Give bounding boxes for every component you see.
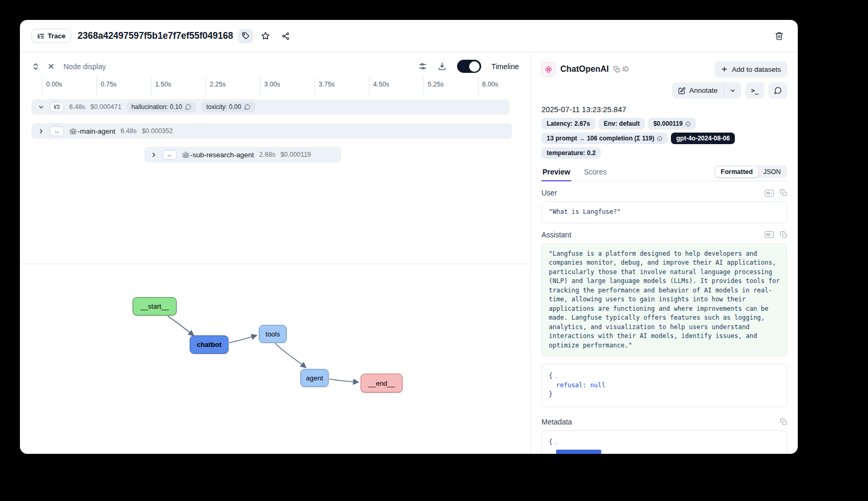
latency-badge: Latency: 2.67s bbox=[541, 118, 595, 129]
time-axis: 0.00s 0.75s 1.50s 2.25s 3.00s 3.75s 4.50… bbox=[42, 77, 530, 95]
comment-icon bbox=[185, 104, 191, 110]
trace-type-badge: Trace bbox=[31, 29, 71, 43]
graph-node-chatbot[interactable]: chatbot bbox=[190, 335, 229, 354]
format-toggle: Formatted JSON bbox=[714, 165, 787, 178]
format-toggle-json[interactable]: JSON bbox=[758, 167, 786, 177]
output-extra-json-box: {⌄ refusal: null } bbox=[541, 364, 787, 407]
score-label: toxicity: 0.00 bbox=[206, 103, 241, 111]
time-tick: 2.25s bbox=[205, 77, 260, 95]
annotate-split-button: Annotate bbox=[672, 82, 741, 99]
tag-button[interactable] bbox=[238, 29, 253, 43]
playground-button[interactable]: >_ bbox=[745, 82, 764, 99]
comments-button[interactable] bbox=[768, 82, 787, 99]
markdown-toggle-icon[interactable]: M↓ bbox=[765, 231, 774, 238]
json-open-brace: { bbox=[549, 372, 552, 379]
hallucination-score-badge[interactable]: hallucination: 0.10 bbox=[127, 102, 197, 112]
star-button[interactable] bbox=[258, 29, 273, 43]
tokens-badge-label: 13 prompt → 106 completion (Σ 119) bbox=[547, 135, 654, 142]
temperature-badge: temperature: 0.2 bbox=[541, 147, 601, 159]
toxicity-score-badge[interactable]: toxicity: 0.00 bbox=[201, 102, 255, 112]
chevron-right-icon[interactable] bbox=[150, 151, 157, 158]
metadata-section-label: Metadata bbox=[541, 418, 572, 426]
chevron-right-icon[interactable] bbox=[38, 128, 45, 135]
delete-trace-button[interactable] bbox=[772, 29, 786, 43]
share-button[interactable] bbox=[278, 29, 293, 43]
display-settings-icon[interactable] bbox=[418, 62, 427, 71]
observation-duration: 6.48s bbox=[121, 127, 137, 135]
sub-research-agent-row[interactable]: ↔ -sub-research-agent 2.68s $0.000119 bbox=[144, 147, 341, 162]
comment-icon bbox=[244, 104, 251, 110]
graph-node-tools[interactable]: tools bbox=[259, 325, 287, 343]
tokens-badge[interactable]: 13 prompt → 106 completion (Σ 119) bbox=[541, 133, 668, 144]
observation-name-text: -sub-research-agent bbox=[190, 151, 254, 159]
time-tick: 6.00s bbox=[478, 77, 530, 95]
cost-badge-label: $0.000119 bbox=[653, 120, 682, 127]
trash-icon bbox=[775, 31, 784, 40]
json-open-brace: { bbox=[549, 438, 552, 445]
main-agent-row[interactable]: ↔ -main-agent 6.48s $0.000352 bbox=[31, 123, 512, 139]
observation-duration: 2.68s bbox=[259, 151, 276, 158]
agent-graph: __start__ chatbot tools agent __end__ bbox=[20, 264, 531, 454]
copy-icon[interactable] bbox=[780, 231, 787, 238]
graph-node-end[interactable]: __end__ bbox=[361, 374, 403, 393]
copy-id-chip[interactable]: ID bbox=[613, 66, 628, 73]
copy-icon[interactable] bbox=[780, 418, 787, 426]
collapse-caret-icon[interactable]: ⌄ bbox=[555, 439, 558, 445]
timeline-toggle[interactable] bbox=[457, 60, 481, 73]
user-message-content: "What is Langfuse?" bbox=[549, 208, 621, 215]
trace-cost: $0.000471 bbox=[91, 103, 122, 111]
assistant-section-label: Assistant bbox=[541, 231, 571, 239]
span-type-icon: ↔ bbox=[50, 126, 64, 136]
info-icon bbox=[685, 121, 691, 127]
format-toggle-formatted[interactable]: Formatted bbox=[715, 167, 758, 177]
timeline-toggle-label: Timeline bbox=[492, 62, 519, 71]
expand-all-icon[interactable] bbox=[31, 62, 40, 71]
json-key: refusal bbox=[556, 382, 583, 389]
robot-icon bbox=[69, 127, 77, 135]
assistant-message-box: "Langfuse is a platform designed to help… bbox=[541, 243, 787, 357]
trace-root-row[interactable]: 6.48s $0.000471 hallucination: 0.10 toxi… bbox=[31, 99, 509, 115]
observation-header: ChatOpenAI ID Add to datasets bbox=[541, 61, 787, 78]
user-message-box: "What is Langfuse?" bbox=[541, 201, 787, 223]
copy-icon[interactable] bbox=[780, 189, 787, 197]
graph-node-start[interactable]: __start__ bbox=[133, 297, 177, 315]
json-close-brace: } bbox=[549, 390, 552, 398]
time-tick: 5.25s bbox=[424, 77, 478, 95]
time-tick: 1.50s bbox=[151, 77, 205, 95]
timeline-panel: Node display Timeline bbox=[20, 52, 531, 454]
pencil-icon bbox=[678, 87, 686, 94]
observation-timestamp: 2025-07-11 13:23:25.847 bbox=[541, 105, 787, 114]
collapse-caret-icon[interactable]: ⌄ bbox=[555, 373, 558, 379]
graph-node-agent[interactable]: agent bbox=[300, 369, 329, 387]
tag-icon bbox=[242, 32, 249, 40]
chevron-down-icon[interactable] bbox=[38, 104, 45, 111]
score-label: hallucination: 0.10 bbox=[132, 103, 182, 111]
observation-cost: $0.000119 bbox=[280, 151, 311, 158]
add-to-datasets-button[interactable]: Add to datasets bbox=[714, 61, 787, 78]
markdown-toggle-icon[interactable]: M↓ bbox=[765, 190, 774, 197]
user-section-head: User M↓ bbox=[541, 189, 787, 197]
time-tick: 4.50s bbox=[369, 77, 424, 95]
graph-edges bbox=[20, 264, 531, 454]
share-icon bbox=[281, 32, 290, 40]
annotate-button[interactable]: Annotate bbox=[672, 82, 724, 99]
model-badge[interactable]: gpt-4o-2024-08-06 bbox=[671, 133, 735, 144]
tab-preview[interactable]: Preview bbox=[541, 166, 571, 181]
terminal-icon: >_ bbox=[751, 87, 758, 94]
tab-scores[interactable]: Scores bbox=[583, 166, 608, 181]
star-icon bbox=[261, 31, 270, 40]
trace-window: Trace 2368a42497597f5b1e7f7ef55f049168 bbox=[20, 20, 798, 454]
trace-duration: 6.48s bbox=[69, 103, 85, 111]
time-tick: 3.00s bbox=[260, 77, 314, 95]
tree-icon bbox=[37, 32, 45, 40]
metadata-box: {⌄ bbox=[541, 430, 787, 454]
json-value: null bbox=[590, 382, 605, 389]
assistant-section-head: Assistant M↓ bbox=[541, 231, 787, 239]
cost-badge[interactable]: $0.000119 bbox=[648, 118, 696, 129]
collapse-all-icon[interactable] bbox=[47, 62, 55, 70]
observation-badges: Latency: 2.67s Env: default $0.000119 13… bbox=[541, 118, 784, 159]
annotate-caret-button[interactable] bbox=[724, 82, 741, 99]
download-icon[interactable] bbox=[438, 62, 447, 71]
trace-header: Trace 2368a42497597f5b1e7f7ef55f049168 bbox=[20, 20, 798, 52]
observation-actions: Annotate >_ bbox=[541, 82, 787, 99]
